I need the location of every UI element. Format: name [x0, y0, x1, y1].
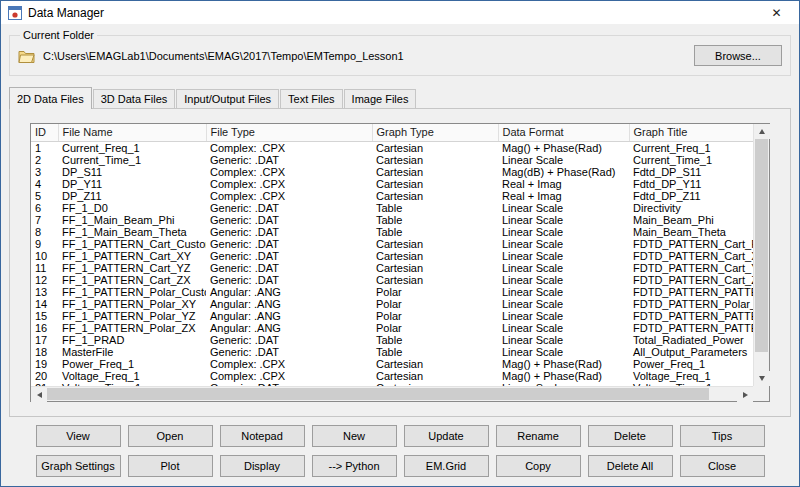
table-row[interactable]: 17FF_1_PRADGeneric: .DATTableLinear Scal…	[31, 334, 753, 346]
scroll-up-button[interactable]	[754, 124, 770, 139]
table-cell: Cartesian	[372, 262, 498, 274]
table-cell: 7	[31, 214, 58, 226]
table-cell: FDTD_PATTERN_Cart_ZX	[629, 274, 753, 286]
delete-all-button[interactable]: Delete All	[588, 455, 673, 477]
table-cell: Cartesian	[372, 370, 498, 382]
tab-text-files[interactable]: Text Files	[280, 89, 342, 108]
table-row[interactable]: 2Current_Time_1Generic: .DATCartesianLin…	[31, 154, 753, 166]
table-cell: Angular: .ANG	[206, 286, 372, 298]
table-cell: Cartesian	[372, 358, 498, 370]
table-cell: Fdtd_DP_Y11	[629, 178, 753, 190]
table-row[interactable]: 7FF_1_Main_Beam_PhiGeneric: .DATTableLin…	[31, 214, 753, 226]
table-row[interactable]: 8FF_1_Main_Beam_ThetaGeneric: .DATTableL…	[31, 226, 753, 238]
table-cell: FF_1_Main_Beam_Phi	[58, 214, 206, 226]
tab-3d-data-files[interactable]: 3D Data Files	[93, 89, 176, 108]
graph-settings-button[interactable]: Graph Settings	[36, 455, 121, 477]
scroll-right-button[interactable]	[737, 387, 753, 402]
current-folder-group: Current Folder C:\Users\EMAGLab1\Documen…	[9, 29, 791, 76]
copy-button[interactable]: Copy	[496, 455, 581, 477]
table-cell: Angular: .ANG	[206, 298, 372, 310]
table-cell: 6	[31, 202, 58, 214]
notepad-button[interactable]: Notepad	[220, 425, 305, 447]
horizontal-scroll-thumb[interactable]	[47, 388, 709, 400]
update-button[interactable]: Update	[404, 425, 489, 447]
table-cell: Mag(dB) + Phase(Rad)	[498, 166, 629, 178]
plot-button[interactable]: Plot	[128, 455, 213, 477]
table-cell: 2	[31, 154, 58, 166]
column-header-data-format[interactable]: Data Format	[498, 124, 629, 141]
titlebar[interactable]: Data Manager ✕	[1, 1, 799, 24]
table-cell: FDTD_PATTERN_Cart_YZ	[629, 262, 753, 274]
tab-strip: 2D Data Files3D Data FilesInput/Output F…	[9, 86, 791, 108]
table-cell: FF_1_PATTERN_Cart_ZX	[58, 274, 206, 286]
table-cell: Cartesian	[372, 190, 498, 202]
vertical-scrollbar[interactable]	[753, 124, 769, 386]
browse-button[interactable]: Browse...	[694, 45, 782, 66]
table-row[interactable]: 11FF_1_PATTERN_Cart_YZGeneric: .DATCarte…	[31, 262, 753, 274]
table-row[interactable]: 4DP_Y11Complex: .CPXCartesianReal + Imag…	[31, 178, 753, 190]
table-row[interactable]: 12FF_1_PATTERN_Cart_ZXGeneric: .DATCarte…	[31, 274, 753, 286]
column-header-graph-title[interactable]: Graph Title	[629, 124, 753, 141]
column-header-id[interactable]: ID	[31, 124, 58, 141]
table-row[interactable]: 10FF_1_PATTERN_Cart_XYGeneric: .DATCarte…	[31, 250, 753, 262]
vertical-scroll-thumb[interactable]	[755, 139, 768, 352]
horizontal-scrollbar[interactable]	[31, 386, 753, 401]
em-grid-button[interactable]: EM.Grid	[404, 455, 489, 477]
table-cell: Linear Scale	[498, 274, 629, 286]
table-cell: DP_Z11	[58, 190, 206, 202]
display-button[interactable]: Display	[220, 455, 305, 477]
table-row[interactable]: 5DP_Z11Complex: .CPXCartesianReal + Imag…	[31, 190, 753, 202]
table-row[interactable]: 18MasterFileGeneric: .DATTableLinear Sca…	[31, 346, 753, 358]
table-cell: FF_1_PATTERN_Polar_YZ	[58, 310, 206, 322]
table-cell: DP_Y11	[58, 178, 206, 190]
open-button[interactable]: Open	[128, 425, 213, 447]
table-row[interactable]: 14FF_1_PATTERN_Polar_XYAngular: .ANGPola…	[31, 298, 753, 310]
tab-2d-data-files[interactable]: 2D Data Files	[9, 87, 92, 109]
table-row[interactable]: 20Voltage_Freq_1Complex: .CPXCartesianMa…	[31, 370, 753, 382]
new-button[interactable]: New	[312, 425, 397, 447]
table-cell: 12	[31, 274, 58, 286]
column-header-file-name[interactable]: File Name	[58, 124, 206, 141]
table-cell: FF_1_PATTERN_Cart_XY	[58, 250, 206, 262]
table-cell: Linear Scale	[498, 298, 629, 310]
scroll-left-button[interactable]	[31, 387, 47, 402]
view-button[interactable]: View	[36, 425, 121, 447]
table-cell: FDTD_PATTERN_PATTERN_Po	[629, 322, 753, 334]
table-row[interactable]: 19Power_Freq_1Complex: .CPXCartesianMag(…	[31, 358, 753, 370]
current-folder-label: Current Folder	[20, 29, 97, 41]
table-cell: Linear Scale	[498, 346, 629, 358]
table-cell: Generic: .DAT	[206, 154, 372, 166]
column-header-file-type[interactable]: File Type	[206, 124, 372, 141]
table-row[interactable]: 9FF_1_PATTERN_Cart_CustomGeneric: .DATCa…	[31, 238, 753, 250]
table-row[interactable]: 15FF_1_PATTERN_Polar_YZAngular: .ANGPola…	[31, 310, 753, 322]
table-cell: Linear Scale	[498, 226, 629, 238]
tab-input-output-files[interactable]: Input/Output Files	[176, 89, 279, 108]
close-icon[interactable]: ✕	[754, 1, 799, 24]
table-cell: 8	[31, 226, 58, 238]
tab-image-files[interactable]: Image Files	[344, 89, 417, 108]
table-cell: Voltage_Freq_1	[58, 370, 206, 382]
table-row[interactable]: 16FF_1_PATTERN_Polar_ZXAngular: .ANGPola…	[31, 322, 753, 334]
rename-button[interactable]: Rename	[496, 425, 581, 447]
table-cell: Cartesian	[372, 166, 498, 178]
table-cell: 11	[31, 262, 58, 274]
table-cell: Linear Scale	[498, 154, 629, 166]
table-cell: Table	[372, 202, 498, 214]
table-row[interactable]: 3DP_S11Complex: .CPXCartesianMag(dB) + P…	[31, 166, 753, 178]
close-button[interactable]: Close	[680, 455, 765, 477]
table-row[interactable]: 6FF_1_D0Generic: .DATTableLinear ScaleDi…	[31, 202, 753, 214]
table-cell: Polar	[372, 310, 498, 322]
table-cell: FDTD_PATTERN_Cart_Phi_45.	[629, 238, 753, 250]
python-button[interactable]: --> Python	[312, 455, 397, 477]
table-row[interactable]: 1Current_Freq_1Complex: .CPXCartesianMag…	[31, 141, 753, 154]
column-header-graph-type[interactable]: Graph Type	[372, 124, 498, 141]
table-cell: Real + Imag	[498, 190, 629, 202]
table-cell: Current_Freq_1	[58, 141, 206, 154]
table-cell: Generic: .DAT	[206, 238, 372, 250]
tips-button[interactable]: Tips	[680, 425, 765, 447]
table-cell: FF_1_PATTERN_Polar_XY	[58, 298, 206, 310]
table-row[interactable]: 13FF_1_PATTERN_Polar_CustomAngular: .ANG…	[31, 286, 753, 298]
button-panel: ViewOpenNotepadNewUpdateRenameDeleteTips…	[9, 425, 791, 477]
scroll-down-button[interactable]	[754, 371, 770, 386]
delete-button[interactable]: Delete	[588, 425, 673, 447]
